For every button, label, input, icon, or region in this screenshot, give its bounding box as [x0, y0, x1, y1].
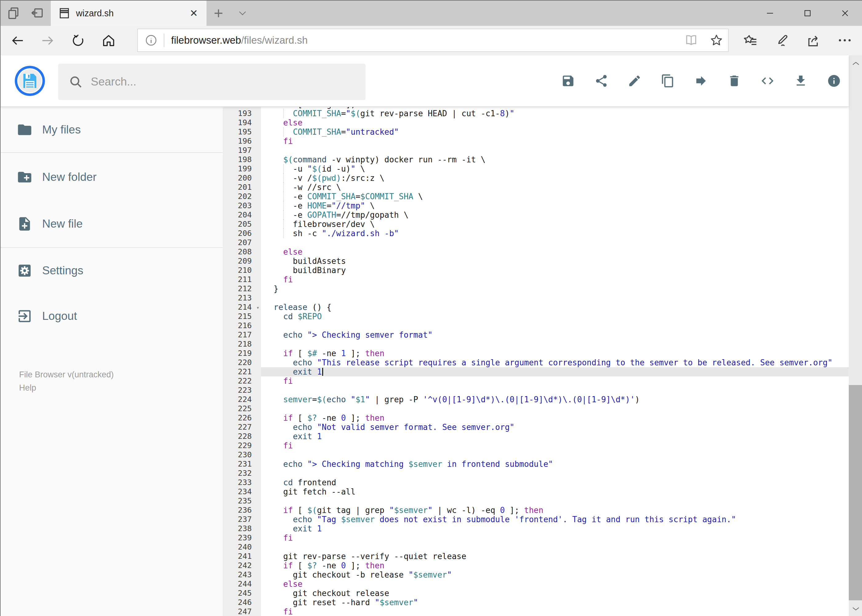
forward-icon[interactable]	[41, 33, 55, 48]
code-text[interactable]: -u "$(id -u)" \	[261, 164, 849, 173]
back-icon[interactable]	[11, 33, 25, 48]
code-text[interactable]	[261, 238, 849, 247]
code-text[interactable]: }	[261, 284, 849, 293]
reading-view-icon[interactable]	[684, 33, 698, 47]
move-button[interactable]	[684, 63, 718, 99]
code-text[interactable]: echo "> Checking matching $semver in fro…	[261, 459, 849, 469]
code-text[interactable]: COMMIT_SHA="untracked"	[261, 127, 849, 137]
code-text[interactable]: COMMIT_SHA="$(git rev-parse HEAD | cut -…	[261, 109, 849, 118]
code-text[interactable]: exit 1	[261, 524, 849, 533]
browser-tab[interactable]: wizard.sh ✕	[51, 1, 206, 26]
code-text[interactable]: if [ $? -ne 0 ]; then	[261, 561, 849, 570]
tab-close-icon[interactable]: ✕	[189, 1, 198, 26]
sidebar-item-logout[interactable]: Logout	[1, 299, 223, 333]
page-scrollbar[interactable]	[849, 55, 862, 616]
refresh-icon[interactable]	[71, 33, 85, 48]
add-favorite-star-icon[interactable]	[710, 33, 723, 47]
code-text[interactable]: exit 1	[261, 367, 849, 376]
window-close-button[interactable]	[833, 1, 857, 26]
code-text[interactable]: cd frontend	[261, 478, 849, 487]
code-text[interactable]: -e HOME="//tmp" \	[261, 201, 849, 211]
code-text[interactable]: echo "This release script requires a sin…	[261, 358, 849, 367]
annotate-pen-icon[interactable]	[774, 33, 790, 48]
filebrowser-logo[interactable]	[14, 66, 45, 96]
window-maximize-button[interactable]	[795, 1, 820, 26]
code-text[interactable]	[261, 542, 849, 552]
copy-button[interactable]	[651, 63, 684, 99]
fold-caret-icon[interactable]: ▾	[256, 303, 259, 312]
tab-list-chevron-icon[interactable]	[236, 9, 249, 18]
code-text[interactable]: git checkout release	[261, 589, 849, 598]
new-tab-button[interactable]: +	[212, 1, 225, 26]
share-page-icon[interactable]	[806, 33, 821, 48]
code-text[interactable]: release () {	[261, 303, 849, 312]
code-text[interactable]: buildBinary	[261, 266, 849, 275]
code-text[interactable]: else	[261, 247, 849, 256]
code-text[interactable]: filebrowser/dev \	[261, 220, 849, 229]
code-text[interactable]: sh -c "./wizard.sh -b"	[261, 229, 849, 238]
window-minimize-button[interactable]	[758, 1, 782, 26]
code-text[interactable]: fi	[261, 607, 849, 616]
code-text[interactable]: -w //src \	[261, 183, 849, 192]
code-text[interactable]: git reset --hard "$semver"	[261, 598, 849, 607]
code-text[interactable]: $(command -v winpty) docker run --rm -it…	[261, 155, 849, 164]
code-text[interactable]: echo "Tag $semver does not exist in subm…	[261, 515, 849, 524]
sidebar-item-new-file[interactable]: New file	[1, 207, 223, 241]
code-text[interactable]: git checkout -b release "$semver"	[261, 570, 849, 580]
code-text[interactable]: git fetch --all	[261, 487, 849, 497]
code-text[interactable]: buildAssets	[261, 256, 849, 266]
code-text[interactable]: else	[261, 580, 849, 589]
url-text[interactable]: filebrowser.web/files/wizard.sh	[171, 35, 308, 46]
code-text[interactable]: semver=$(echo "$1" | grep -P '^v(0|[1-9]…	[261, 395, 849, 404]
set-tabs-aside-icon[interactable]	[30, 6, 45, 20]
code-text[interactable]	[261, 293, 849, 303]
sidebar-item-settings[interactable]: Settings	[1, 254, 223, 288]
save-button[interactable]	[552, 63, 585, 99]
code-text[interactable]	[261, 469, 849, 478]
code-text[interactable]	[261, 146, 849, 155]
code-text[interactable]: if [ $(git tag | grep "$semver" | wc -l)…	[261, 506, 849, 515]
home-icon[interactable]	[102, 33, 116, 48]
code-text[interactable]: git rev-parse --verify --quiet release	[261, 552, 849, 561]
code-text[interactable]: fi	[261, 275, 849, 284]
more-menu-icon[interactable]	[837, 33, 853, 48]
code-text[interactable]: echo "Not valid semver format. See semve…	[261, 423, 849, 432]
scroll-down-icon[interactable]	[851, 605, 861, 613]
sidebar-item-new-folder[interactable]: New folder	[1, 160, 223, 194]
search-bar[interactable]	[58, 64, 366, 100]
code-text[interactable]	[261, 386, 849, 395]
code-text[interactable]: fi	[261, 533, 849, 542]
code-text[interactable]: echo "> Checking semver format"	[261, 330, 849, 339]
search-input[interactable]	[90, 75, 344, 89]
site-info-icon[interactable]	[145, 34, 158, 47]
url-bar[interactable]: filebrowser.web/files/wizard.sh	[137, 28, 729, 52]
raw-code-button[interactable]	[751, 63, 784, 99]
code-text[interactable]	[261, 321, 849, 330]
code-text[interactable]: if [ $? -ne 0 ]; then	[261, 413, 849, 423]
help-link[interactable]: Help	[19, 383, 36, 393]
code-text[interactable]: -e COMMIT_SHA=$COMMIT_SHA \	[261, 192, 849, 201]
code-text[interactable]: -e GOPATH=//tmp/gopath \	[261, 211, 849, 220]
code-text[interactable]: fi	[261, 376, 849, 386]
code-text[interactable]	[261, 404, 849, 413]
scrollbar-thumb[interactable]	[849, 385, 862, 600]
share-button[interactable]	[585, 63, 618, 99]
code-text[interactable]: fi	[261, 441, 849, 450]
tab-preview-icon[interactable]	[6, 6, 21, 20]
info-button[interactable]	[817, 63, 851, 99]
code-text[interactable]	[261, 450, 849, 459]
delete-button[interactable]	[718, 63, 751, 99]
edit-button[interactable]	[618, 63, 651, 99]
sidebar-item-my-files[interactable]: My files	[1, 113, 223, 147]
code-editor[interactable]: 192 if [ -d .git ]; then193 COMMIT_SHA="…	[223, 107, 849, 616]
code-text[interactable]: cd $REPO	[261, 312, 849, 321]
code-text[interactable]: else	[261, 118, 849, 127]
code-text[interactable]: if [ $# -ne 1 ]; then	[261, 349, 849, 358]
download-button[interactable]	[784, 63, 817, 99]
code-text[interactable]: exit 1	[261, 432, 849, 441]
favorites-hub-icon[interactable]	[743, 33, 758, 48]
scroll-up-icon[interactable]	[851, 60, 861, 68]
code-text[interactable]: fi	[261, 137, 849, 146]
code-text[interactable]: -v /$(pwd):/src:z \	[261, 173, 849, 183]
code-text[interactable]	[261, 339, 849, 349]
